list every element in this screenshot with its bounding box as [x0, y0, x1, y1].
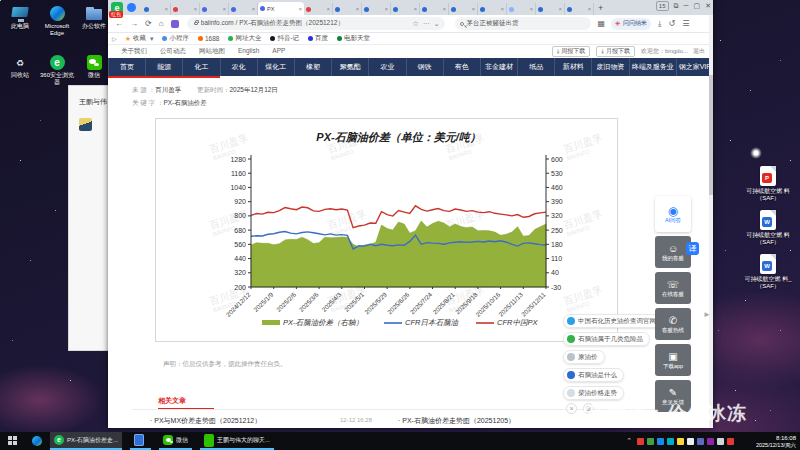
nano-ai-button[interactable]: ✳ 问问纳米 — [611, 18, 651, 30]
start-button[interactable] — [8, 436, 18, 446]
bookmark-item[interactable]: 抖音-记 — [270, 34, 299, 43]
side-widget-button[interactable]: ◉ AI问答 — [655, 196, 691, 232]
tab-layout-icon[interactable]: ⧉ — [674, 1, 679, 11]
tab-close-icon[interactable]: × — [164, 6, 168, 12]
tray-icon[interactable] — [667, 438, 674, 445]
related-article-link[interactable]: · PX-石脑油价差走势图（20251205） — [398, 416, 515, 426]
bookmark-item[interactable]: 1688 — [198, 34, 219, 43]
nav-item[interactable]: 终端及服务业 — [629, 58, 676, 76]
report-download-button[interactable]: ⤓月报下载 — [596, 46, 635, 57]
suggestion-chip[interactable]: 原油价 — [563, 350, 605, 364]
browser-tab[interactable]: × — [142, 3, 171, 15]
desktop-icon[interactable]: Microsoft Edge — [39, 5, 75, 53]
tray-icon[interactable] — [717, 438, 724, 445]
forward-button[interactable]: → — [130, 19, 138, 28]
nav-item[interactable]: 纸品 — [517, 58, 554, 76]
nav-item[interactable]: 橡塑 — [294, 58, 331, 76]
desktop-icon[interactable]: ♻ 回收站 — [2, 54, 38, 102]
close-button[interactable]: ✕ — [705, 1, 711, 11]
tab-close-icon[interactable]: × — [413, 6, 417, 12]
related-article-link[interactable]: · PX与MX价差走势图（20251212） — [150, 416, 261, 426]
bookmark-item[interactable]: 电影天堂 — [337, 34, 370, 43]
desktop-icon[interactable]: 办公软件 — [76, 5, 112, 53]
suggestion-chip[interactable]: 柴油价格走势 — [563, 386, 624, 400]
profile-avatar[interactable] — [127, 3, 136, 12]
browser-tab[interactable]: × — [565, 3, 594, 15]
site-top-link[interactable]: 关于我们 — [121, 47, 147, 56]
tab-close-icon[interactable]: × — [558, 6, 562, 12]
scrollbar[interactable] — [709, 15, 713, 428]
nav-item[interactable]: 首页 — [108, 58, 145, 76]
new-tab-button[interactable]: + — [598, 3, 603, 13]
side-widget-button[interactable]: ▣ 下载app — [655, 344, 691, 376]
tab-close-icon[interactable]: × — [193, 6, 197, 12]
puzzle-extensions-icon[interactable]: ▦ — [598, 19, 606, 28]
browser-tab[interactable]: × — [507, 3, 536, 15]
suggestion-chip[interactable]: 石脑油是什么 — [563, 368, 624, 382]
tab-close-icon[interactable]: × — [326, 6, 330, 12]
red-packet-badge[interactable]: 红包 — [109, 11, 123, 18]
browser-tab[interactable]: × — [304, 3, 333, 15]
side-widget-button[interactable]: ☏ 在线客服 — [655, 272, 691, 304]
nav-item[interactable]: 新材料 — [554, 58, 591, 76]
collapse-arrow-icon[interactable]: ► — [703, 310, 711, 319]
tray-icon[interactable] — [637, 438, 644, 445]
desktop-icon[interactable]: 此电脑 — [2, 5, 38, 53]
suggestion-chip[interactable]: 石脑油属于几类危险品 — [563, 332, 650, 346]
tab-close-icon[interactable]: × — [251, 6, 255, 12]
browser-tab[interactable]: × — [420, 3, 449, 15]
tab-close-icon[interactable]: × — [384, 6, 388, 12]
nav-item[interactable]: 聚氨酯 — [331, 58, 368, 76]
tray-icon[interactable] — [697, 438, 704, 445]
history-icon[interactable]: ↺ — [669, 19, 676, 28]
nav-item[interactable]: 农业 — [368, 58, 405, 76]
taskbar-task[interactable]: PX-石脑油价差走... — [50, 432, 122, 450]
suggestion-chip[interactable]: 中国石化历史油价查询官网 — [563, 314, 663, 328]
favorites-star-icon[interactable]: ★ — [125, 35, 131, 43]
tab-close-icon[interactable]: × — [355, 6, 359, 12]
more-icon[interactable]: ⋯ — [423, 20, 430, 28]
tab-close-icon[interactable]: × — [471, 6, 475, 12]
browser-tab[interactable]: × — [391, 3, 420, 15]
tab-close-icon[interactable]: × — [529, 6, 533, 12]
nav-item[interactable]: 农化 — [220, 58, 257, 76]
tab-close-icon[interactable]: × — [222, 6, 226, 12]
dropdown-chevron-icon[interactable]: ⌄ — [434, 20, 440, 28]
desktop-file-icon[interactable]: W 可持续航空燃 料（SAF） — [738, 210, 798, 245]
nav-item[interactable]: 化工 — [182, 58, 219, 76]
browser-tab[interactable]: × — [362, 3, 391, 15]
tray-icon[interactable] — [707, 438, 714, 445]
side-panel-icon[interactable]: ▷ — [112, 35, 117, 42]
back-button[interactable]: ← — [115, 19, 123, 28]
nav-item[interactable]: 废旧物资 — [591, 58, 628, 76]
browser-tab[interactable]: × — [333, 3, 362, 15]
bookmark-item[interactable]: 小程序 — [162, 34, 189, 43]
tab-close-icon[interactable]: × — [442, 6, 446, 12]
bookmark-item[interactable]: 百度 — [308, 34, 328, 43]
edge-taskbar-icon[interactable] — [32, 436, 42, 446]
minimize-button[interactable]: ─ — [684, 1, 689, 11]
site-top-link[interactable]: APP — [272, 47, 285, 56]
download-icon[interactable]: ⤓ — [658, 19, 662, 29]
home-button[interactable]: ⌂ — [159, 19, 164, 28]
favorite-star-icon[interactable]: ☆ — [412, 20, 418, 28]
nav-item[interactable]: 能源 — [145, 58, 182, 76]
browser-tab[interactable]: PX × — [258, 2, 304, 15]
tab-close-icon[interactable]: × — [298, 6, 302, 12]
site-top-link[interactable]: 公司动态 — [160, 47, 186, 56]
favorites-label[interactable]: 收藏 — [133, 34, 146, 43]
nav-item[interactable]: 非金建材 — [480, 58, 517, 76]
tab-close-icon[interactable]: × — [587, 6, 591, 12]
search-bar[interactable]: 茅台正被赌徒出货 — [455, 17, 591, 30]
extension-icon[interactable] — [171, 20, 179, 28]
nav-item[interactable]: 有色 — [443, 58, 480, 76]
tab-count-badge[interactable]: 15 — [656, 1, 669, 11]
browser-tab[interactable]: × — [171, 3, 200, 15]
browser-tab[interactable]: × — [478, 3, 507, 15]
logout-link[interactable]: 退出 — [693, 47, 705, 56]
taskbar-task[interactable]: 微信 — [159, 432, 192, 450]
tray-icon[interactable] — [727, 438, 734, 445]
browser-tab[interactable]: × — [229, 3, 258, 15]
nav-item[interactable]: 钢之家VIP — [676, 58, 713, 76]
browser-tab[interactable]: × — [200, 3, 229, 15]
